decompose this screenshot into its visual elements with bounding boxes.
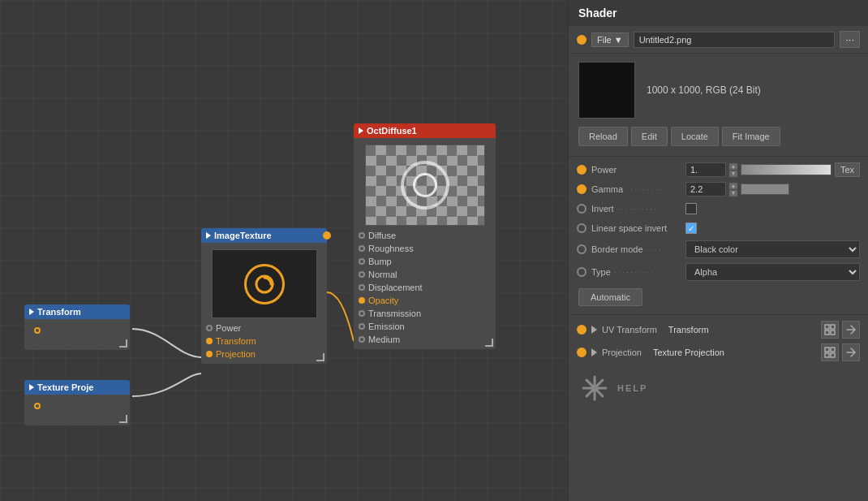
border-mode-label: Border mode ·····: [591, 244, 681, 254]
invert-checkbox[interactable]: [685, 203, 697, 214]
node-editor[interactable]: Transform Texture Proje ImageTexture: [0, 0, 568, 501]
diffuse-input-port: [359, 232, 365, 239]
tex-button[interactable]: Tex: [835, 162, 860, 177]
locate-button[interactable]: Locate: [671, 127, 719, 146]
bump-port: Bump: [354, 255, 496, 268]
help-icon: [578, 372, 611, 404]
emission-port: Emission: [354, 320, 496, 333]
grid-icon: [824, 324, 836, 335]
type-select[interactable]: Alpha: [685, 263, 860, 281]
help-fan-icon: [578, 372, 611, 404]
projection-radio[interactable]: [577, 348, 587, 357]
arrow-icon: [845, 324, 857, 335]
shader-panel: Shader File ▼ ··· 1000 x 1000, RGB (24 B…: [568, 0, 868, 501]
projection-icon-grid[interactable]: [821, 343, 839, 361]
divider2: [569, 314, 868, 315]
image-action-buttons: Reload Edit Locate Fit Image: [569, 127, 868, 153]
type-label: Type ··········: [591, 267, 681, 277]
imagetexture-preview: [212, 249, 317, 318]
svg-rect-7: [831, 348, 835, 352]
emission-label: Emission: [368, 322, 405, 331]
power-input[interactable]: [685, 162, 726, 177]
invert-radio[interactable]: [577, 204, 587, 214]
uv-transform-icons: [821, 321, 860, 339]
filename-input[interactable]: [634, 32, 836, 48]
reload-button[interactable]: Reload: [578, 127, 628, 146]
roughness-port: Roughness: [354, 242, 496, 255]
imagetexture-output-port: [323, 231, 331, 240]
node-octdiffuse[interactable]: OctDiffuse1 Diffuse Roughness Bump: [354, 123, 496, 349]
panel-title: Shader: [569, 0, 868, 26]
more-options-btn[interactable]: ···: [840, 31, 860, 48]
border-mode-radio[interactable]: [577, 244, 587, 254]
power-row: Power ▲▼ Tex: [569, 160, 868, 179]
power-bar: [741, 164, 831, 175]
node-textureproj-title: Texture Proje: [37, 382, 94, 392]
gamma-spinner[interactable]: ▲▼: [729, 183, 737, 197]
svg-rect-2: [825, 325, 829, 329]
uv-icon-arrow[interactable]: [842, 321, 860, 339]
displacement-port: Displacement: [354, 281, 496, 294]
resize-handle[interactable]: [119, 415, 127, 423]
resize-handle[interactable]: [485, 339, 493, 347]
fit-image-button[interactable]: Fit Image: [722, 127, 780, 146]
border-mode-select[interactable]: Black color: [685, 240, 860, 258]
resize-handle[interactable]: [119, 339, 127, 348]
gamma-radio[interactable]: [577, 184, 587, 194]
uv-transform-row: UV Transform Transform: [569, 318, 868, 341]
transmission-port: Transmission: [354, 307, 496, 320]
automatic-button[interactable]: Automatic: [578, 288, 642, 306]
arrow-icon: [845, 347, 857, 358]
linear-space-invert-checkbox[interactable]: [685, 222, 697, 234]
port-row: [29, 326, 125, 335]
edit-button[interactable]: Edit: [631, 127, 668, 146]
type-radio[interactable]: [577, 267, 587, 277]
gamma-label: Gamma ·········: [591, 184, 681, 194]
resize-handle[interactable]: [316, 353, 324, 361]
opacity-port: Opacity: [354, 294, 496, 307]
projection-label: Projection: [602, 348, 642, 357]
bump-label: Bump: [368, 257, 392, 266]
projection-port-label: Projection: [216, 349, 256, 359]
linear-space-invert-value: [685, 222, 860, 234]
node-collapse-icon: [29, 309, 34, 315]
projection-icon-arrow[interactable]: [842, 343, 860, 361]
invert-value: [685, 203, 860, 214]
opacity-label: Opacity: [368, 296, 398, 305]
uv-transform-label: UV Transform: [602, 325, 657, 335]
grid-icon: [824, 347, 836, 358]
node-collapse-icon: [359, 127, 363, 134]
node-collapse-icon: [29, 384, 34, 391]
node-textureproj[interactable]: Texture Proje: [24, 380, 130, 425]
normal-port: Normal: [354, 268, 496, 281]
medium-port: Medium: [354, 333, 496, 346]
uv-transform-radio[interactable]: [577, 325, 587, 335]
port-row: [29, 401, 125, 411]
node-imagetexture-title: ImageTexture: [214, 231, 272, 240]
normal-input-port: [359, 271, 365, 278]
power-radio[interactable]: [577, 165, 587, 175]
power-spinner[interactable]: ▲▼: [729, 163, 737, 177]
border-mode-row: Border mode ····· Black color: [569, 238, 868, 261]
transmission-label: Transmission: [368, 309, 421, 318]
preview-row: 1000 x 1000, RGB (24 Bit): [569, 54, 868, 127]
node-imagetexture[interactable]: ImageTexture Power Transform: [201, 228, 327, 364]
transform-port-row: Transform: [201, 335, 327, 348]
gamma-input[interactable]: [685, 182, 726, 197]
file-dropdown-btn[interactable]: File ▼: [591, 32, 629, 47]
projection-port-row: Projection: [201, 348, 327, 361]
node-transform[interactable]: Transform: [24, 304, 130, 350]
node-transform-title: Transform: [37, 307, 81, 317]
svg-rect-5: [831, 330, 835, 335]
uv-icon-grid[interactable]: [821, 321, 839, 339]
diffuse-label: Diffuse: [368, 231, 396, 240]
projection-icons: [821, 343, 860, 361]
power-label: Power: [591, 165, 681, 175]
file-radio[interactable]: [577, 35, 587, 45]
projection-input-port: [206, 351, 213, 357]
linear-space-invert-radio[interactable]: [577, 223, 587, 233]
divider: [569, 156, 868, 157]
type-row: Type ·········· Alpha: [569, 261, 868, 283]
invert-row: Invert ··········: [569, 199, 868, 218]
medium-input-port: [359, 336, 365, 343]
